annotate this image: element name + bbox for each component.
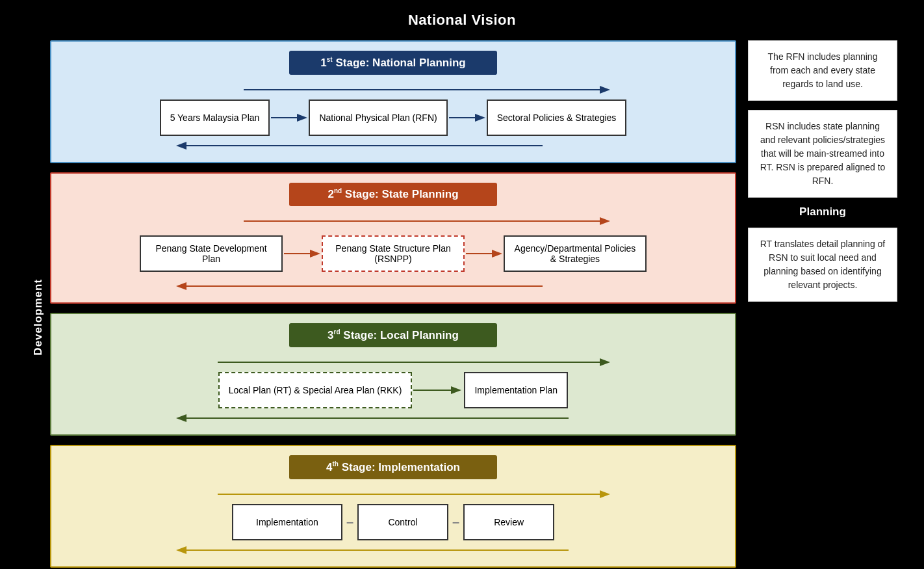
stage1-header-text: 1st Stage: National Planning <box>320 57 465 69</box>
stage4-header-text: 4th Stage: Implementation <box>326 461 460 473</box>
stage3-arrow-right <box>166 356 621 368</box>
stage2-items: Penang State Development Plan Penang <box>63 231 723 276</box>
planning-label: Planning <box>799 205 846 218</box>
stage1-arrow-right <box>166 84 621 96</box>
stage4-items: Implementation – Control – <box>63 504 723 540</box>
stage1-item-3: Sectoral Policies & Strategies <box>487 99 627 136</box>
stage4-arrow-left-row <box>63 544 723 556</box>
development-label: Development <box>27 40 50 568</box>
stage3-arrow-left <box>166 412 621 424</box>
stage2-item-1: Penang State Development Plan <box>140 235 283 272</box>
stage2-header-text: 2nd Stage: State Planning <box>327 188 458 200</box>
stage2-arrow-left <box>166 280 621 292</box>
stage3-header-text: 3rd Stage: Local Planning <box>327 329 459 341</box>
stage2-item-2: Penang State Structure Plan (RSNPP) <box>322 235 465 272</box>
stage1-arrow-left-row <box>63 140 723 152</box>
stage3-header: 3rd Stage: Local Planning <box>289 323 497 347</box>
stage3-arrow-left-row <box>63 412 723 424</box>
stage1-box: 1st Stage: National Planning <box>50 40 736 163</box>
stage1-item-2: National Physical Plan (RFN) <box>309 99 447 136</box>
stage4-arrow-right <box>166 488 621 500</box>
stage2-item-3: Agency/Departmental Policies & Strategie… <box>504 235 647 272</box>
stage2-arrow-between-1-2 <box>283 231 322 276</box>
stage2-content: Penang State Development Plan Penang <box>63 215 723 292</box>
right-label-2: RSN includes state planning and relevant… <box>748 110 897 198</box>
stage2-box: 2nd Stage: State Planning <box>50 172 736 304</box>
right-labels-column: The RFN includes planning from each and … <box>748 40 897 568</box>
page: National Vision Development 1st Stage: N… <box>0 0 924 569</box>
right-spacer-2 <box>748 218 897 228</box>
planning-label-row: Planning <box>748 200 897 218</box>
stage1-arrow-right-row <box>63 84 723 96</box>
right-label-3: RT translates detail planning of RSN to … <box>748 228 897 302</box>
right-spacer-1 <box>748 101 897 110</box>
stages-column: 1st Stage: National Planning <box>50 40 736 568</box>
national-vision-title: National Vision <box>408 12 516 29</box>
stage4-content: Implementation – Control – <box>63 488 723 556</box>
stage3-item-1: Local Plan (RT) & Special Area Plan (RKK… <box>218 372 413 408</box>
stage2-arrow-right <box>166 215 621 227</box>
stage2-arrow-left-row <box>63 280 723 292</box>
stage1-items: 5 Years Malaysia Plan National Physi <box>63 99 723 136</box>
stage1-arrow-between-1-2 <box>270 106 309 129</box>
stage4-header: 4th Stage: Implementation <box>289 455 497 479</box>
stage2-arrow-right-row <box>63 215 723 227</box>
stage3-item-2: Implementation Plan <box>464 372 568 408</box>
right-label-1: The RFN includes planning from each and … <box>748 40 897 101</box>
stage4-dash-2: – <box>448 514 463 529</box>
stage4-arrow-left <box>166 544 621 556</box>
main-layout: Development 1st Stage: National Planning <box>27 40 897 568</box>
stage4-item-3: Review <box>463 504 554 540</box>
stage4-box: 4th Stage: Implementation <box>50 445 736 568</box>
stage1-arrow-between-2-3 <box>448 106 487 129</box>
stage3-box: 3rd Stage: Local Planning <box>50 313 736 436</box>
stage2-arrow-between-2-3 <box>465 231 504 276</box>
stage3-items: Local Plan (RT) & Special Area Plan (RKK… <box>63 372 723 408</box>
stage3-arrow-right-row <box>63 356 723 368</box>
stage4-dash-1: – <box>342 514 357 529</box>
stage4-arrow-right-row <box>63 488 723 500</box>
stage1-header: 1st Stage: National Planning <box>289 51 497 75</box>
stage3-content: Local Plan (RT) & Special Area Plan (RKK… <box>63 356 723 424</box>
stage2-header: 2nd Stage: State Planning <box>289 183 497 207</box>
stage4-item-2: Control <box>357 504 448 540</box>
stage1-content: 5 Years Malaysia Plan National Physi <box>63 84 723 152</box>
stage1-item-1: 5 Years Malaysia Plan <box>160 99 270 136</box>
stage4-item-1: Implementation <box>232 504 342 540</box>
stage1-arrow-left <box>166 140 621 152</box>
stage3-arrow-between <box>412 374 464 406</box>
